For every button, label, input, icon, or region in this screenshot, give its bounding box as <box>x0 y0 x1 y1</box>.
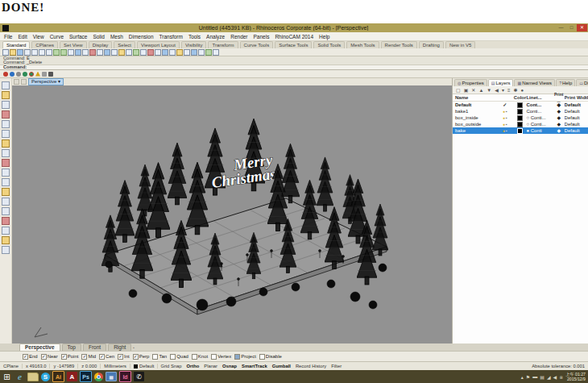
osnap-cen[interactable]: ✓Cen <box>99 354 114 360</box>
menu-transform[interactable]: Transform <box>159 34 183 40</box>
osnap-point[interactable]: ✓Point <box>61 354 79 360</box>
file-explorer-icon[interactable] <box>27 373 39 381</box>
checkbox[interactable] <box>234 354 240 360</box>
tray-clock[interactable]: 上午 01:27 2015/12/9 <box>565 372 586 381</box>
delete-layer-icon[interactable]: ✕ <box>471 87 475 93</box>
viewport-title-tab[interactable]: Perspective ▾ <box>28 78 64 85</box>
osnap-project[interactable]: Project <box>234 354 256 360</box>
toolbar-tab-cplanes[interactable]: CPlanes <box>31 41 58 48</box>
rectangle-tool-icon[interactable] <box>2 130 10 138</box>
print-color-icon[interactable]: ◆ <box>553 121 565 127</box>
toolbar-icon[interactable] <box>97 49 103 56</box>
toolbar-tab-new-in-v5[interactable]: New in V5 <box>445 41 475 48</box>
viewport-canvas[interactable]: Merry Christmas <box>12 85 452 348</box>
toolbar-tab-set-view[interactable]: Set View <box>60 41 87 48</box>
save-icon[interactable] <box>17 49 23 56</box>
toggle-record-history[interactable]: Record History <box>293 364 329 368</box>
layer-row-box-outside[interactable]: box_outside ●▪ ○ Conti... ◆ Default <box>453 121 588 127</box>
rhinocam-gear-icon[interactable] <box>16 72 21 77</box>
checkbox[interactable] <box>211 354 217 360</box>
toolbar-icon[interactable] <box>68 49 74 56</box>
toolbar-icon[interactable] <box>169 49 176 56</box>
osnap-knot[interactable]: Knot <box>192 354 208 360</box>
toolbar-icon[interactable] <box>191 49 197 56</box>
viewport-nav-icon[interactable] <box>14 79 19 85</box>
toolbar-tab-solid-tools[interactable]: Solid Tools <box>313 41 345 48</box>
toolbar-icon[interactable] <box>205 49 212 56</box>
circle-tool-icon[interactable] <box>2 110 10 119</box>
checkbox[interactable] <box>152 354 158 360</box>
toggle-planar[interactable]: Planar <box>201 364 220 368</box>
curve-tool-icon[interactable] <box>2 101 10 109</box>
maximize-button[interactable]: □ <box>566 24 577 31</box>
zoom-icon[interactable] <box>104 49 110 56</box>
menu-mesh[interactable]: Mesh <box>110 34 123 40</box>
action-center-flag-icon[interactable]: ⚑ <box>526 374 530 380</box>
menu-help[interactable]: Help <box>319 34 329 40</box>
tab-help[interactable]: ?Help <box>556 79 575 86</box>
toolbar-tab-render-tools[interactable]: Render Tools <box>381 41 417 48</box>
rhinocam-red-sphere-icon[interactable] <box>3 72 8 77</box>
checkbox[interactable]: ✓ <box>118 354 123 360</box>
osnap-end[interactable]: ✓End <box>23 354 38 360</box>
toggle-ortho[interactable]: Ortho <box>184 364 201 368</box>
toolbar-icon[interactable] <box>140 49 147 56</box>
toolbar-icon[interactable] <box>75 49 81 56</box>
menu-curve[interactable]: Curve <box>50 34 64 40</box>
toolbar-tab-display[interactable]: Display <box>89 41 113 48</box>
layer-on-bulb-icon[interactable]: ● <box>503 127 505 134</box>
toolbar-icon[interactable] <box>213 49 219 56</box>
checkbox[interactable] <box>259 354 265 360</box>
toolbar-tab-surface-tools[interactable]: Surface Tools <box>275 41 312 48</box>
checkbox[interactable] <box>170 354 176 360</box>
menu-solid[interactable]: Solid <box>93 34 104 40</box>
layer-row-box-inside[interactable]: box_inside ●▪ ○ Conti... ◆ Default <box>453 114 588 121</box>
copy-icon[interactable] <box>39 49 45 56</box>
current-layer-indicator[interactable]: Default <box>130 364 158 368</box>
toolbar-tab-viewport-layout[interactable]: Viewport Layout <box>137 41 180 48</box>
layer-lock-icon[interactable]: ▪ <box>506 127 507 134</box>
osnap-perp[interactable]: ✓Perp <box>133 354 150 360</box>
layer-lock-icon[interactable]: ▪ <box>506 114 507 121</box>
command-input[interactable]: Command: <box>0 65 588 69</box>
pan-icon[interactable] <box>111 49 118 56</box>
volume-icon[interactable]: ◀ <box>553 374 557 380</box>
rhinocam-stock-icon[interactable] <box>42 72 47 77</box>
tab-named-views[interactable]: ▦Named Views <box>514 79 555 86</box>
osnap-near[interactable]: ✓Near <box>41 354 58 360</box>
toggle-osnap[interactable]: Osnap <box>220 364 239 368</box>
paste-icon[interactable] <box>46 49 52 56</box>
checkbox[interactable]: ✓ <box>99 354 105 360</box>
print-color-icon[interactable]: ◆ <box>553 127 565 134</box>
toolbar-icon[interactable] <box>184 49 190 56</box>
toolbar-icon[interactable] <box>176 49 183 56</box>
print-color-icon[interactable]: ◆ <box>553 102 565 108</box>
layer-on-bulb-icon[interactable]: ● <box>503 108 505 114</box>
toolbar-tab-select[interactable]: Select <box>114 41 135 48</box>
menu-render[interactable]: Render <box>230 34 247 40</box>
move-up-icon[interactable]: ▲ <box>478 88 483 93</box>
move-tool-icon[interactable] <box>2 207 10 215</box>
checkbox[interactable]: ✓ <box>133 354 139 360</box>
checkbox[interactable] <box>192 354 197 360</box>
toolbar-tab-drafting[interactable]: Drafting <box>419 41 444 48</box>
list-options-icon[interactable]: ≡ <box>507 88 511 93</box>
menu-view[interactable]: View <box>33 34 44 40</box>
print-color-icon[interactable]: ◆ <box>553 108 565 114</box>
viewport-nav-icon[interactable] <box>21 79 27 85</box>
filter-icon[interactable]: ▾ <box>502 87 504 93</box>
toolbar-tab-transform[interactable]: Transform <box>208 41 238 48</box>
collapse-icon[interactable]: ◀ <box>495 87 499 93</box>
new-file-icon[interactable] <box>2 49 9 56</box>
rhinocam-post-icon[interactable] <box>48 72 53 77</box>
new-layer-icon[interactable]: ▢ <box>456 87 461 93</box>
checkbox[interactable]: ✓ <box>41 354 47 360</box>
close-button[interactable]: ✕ <box>577 24 587 31</box>
menu-dimension[interactable]: Dimension <box>129 34 154 40</box>
surface-tool-icon[interactable] <box>2 149 10 157</box>
undo-icon[interactable] <box>53 49 60 56</box>
polyline-tool-icon[interactable] <box>2 91 10 99</box>
open-file-icon[interactable] <box>10 49 16 56</box>
perspective-viewport[interactable]: Merry Christmas <box>12 85 452 343</box>
toolbar-icon[interactable] <box>155 49 161 56</box>
